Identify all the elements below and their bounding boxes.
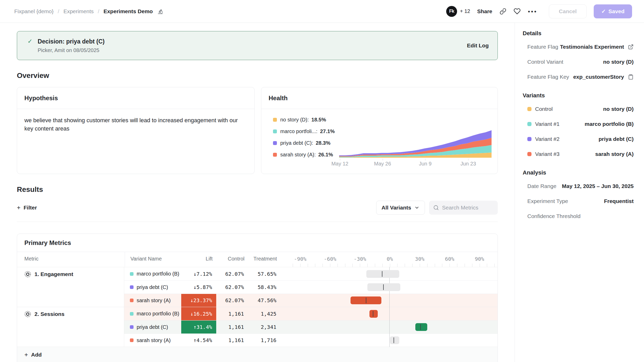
breadcrumb-experiments[interactable]: Experiments [64,8,94,15]
ci-bar [367,283,400,291]
chevron-down-icon [414,205,419,210]
detail-row-feature-flag-key: Feature Flag Key exp_customerStory [523,69,634,84]
axis-tick [442,264,442,267]
confidence-interval-plot [285,267,498,280]
col-metric: Metric [24,256,38,262]
results-heading: Results [17,185,515,194]
breadcrumb-project[interactable]: Fixpanel {demo} [14,8,54,15]
axis-tick [494,264,495,267]
external-link-icon[interactable] [628,44,634,50]
lift-value: ↓23.37% [181,294,216,307]
breadcrumb: Fixpanel {demo} / Experiments / Experime… [14,8,163,15]
lift-axis-ticks [285,264,498,267]
hypothesis-card: Hypothesis we believe that showing custo… [17,87,255,174]
x-axis-label: May 26 [374,161,391,167]
main-content: ✓ Decision: priya debt (C) Picker, Amit … [0,23,515,362]
feature-flag-value: Testimonials Experiment [560,44,624,50]
breadcrumb-separator: / [58,8,59,15]
analysis-row-confidence-threshold: Confidence Threshold [523,209,634,224]
metric-name: 2. Sessions [34,310,65,317]
metric-cell[interactable]: 2. Sessions [17,307,124,347]
axis-label: 90% [475,256,484,262]
more-options-icon[interactable]: ●●● [528,9,537,13]
lift-value: ↓16.25% [181,307,216,320]
variant-chip [130,325,134,329]
top-bar: Fixpanel {demo} / Experiments / Experime… [0,0,644,23]
primary-metrics-card: Primary Metrics Metric Variant Name Lift… [17,234,498,362]
variant-name: sarah story (A) [137,298,171,303]
ci-point-marker [394,337,394,343]
breadcrumb-separator: / [98,8,99,15]
variants-dropdown[interactable]: All Variants [376,201,425,215]
analysis-row-experiment-type: Experiment Type Frequentist [523,194,634,209]
legend-swatch [273,153,277,157]
variant-chip [130,299,134,302]
add-filter-button[interactable]: + Filter [17,204,37,211]
table-row[interactable]: priya debt (C) ↓5.87% 62.07% 58.43% [124,280,498,294]
axis-tick [315,264,315,267]
right-sidebar: Details Feature Flag Testimonials Experi… [515,23,644,362]
legend-value: 18.5% [311,117,326,123]
ci-point-marker [383,284,384,290]
table-row[interactable]: marco portfolio (B) ↓16.25% 1,161 1,425 [124,307,498,320]
clipboard-icon[interactable] [628,74,634,80]
variant-swatch [527,137,531,141]
favorite-heart-icon[interactable] [514,8,521,15]
legend-label: priya debt (C): [280,140,313,146]
share-button[interactable]: Share [477,8,492,15]
legend-item: priya debt (C): 28.3% [273,140,335,146]
table-row[interactable]: sarah story (A) ↑4.54% 1,161 1,716 [124,334,498,347]
ci-bar [415,323,427,331]
lift-value: ↑4.54% [181,334,216,347]
avatar[interactable]: Fk [446,6,457,17]
lift-axis-labels: -90%-60%-30%0%30%60%90% [285,256,498,262]
axis-label: 60% [445,256,454,262]
axis-tick [480,264,480,267]
axis-tick [308,264,308,267]
variant-value: sarah story (A) [595,151,634,157]
plus-icon: + [17,204,20,211]
axis-tick [360,264,360,267]
axis-tick [412,264,412,267]
axis-tick [367,264,368,267]
table-row[interactable]: marco portfolio (B) ↓7.12% 62.07% 57.65% [124,267,498,280]
lift-value: ↓5.87% [181,281,216,294]
add-metric-button[interactable]: + Add [17,347,498,362]
legend-swatch [273,141,277,145]
table-row[interactable]: priya debt (C) ↑31.4% 1,161 2,341 [124,320,498,334]
collaborators-count[interactable]: + 12 [460,8,470,14]
divider [17,222,498,222]
legend-item: marco portfoli...: 27.1% [273,128,335,134]
search-metrics-input[interactable] [442,205,494,211]
treatment-value: 1,716 [248,337,280,343]
metric-target-icon [24,311,31,317]
variant-swatch [527,107,531,111]
confidence-interval-plot [285,334,498,347]
table-row[interactable]: sarah story (A) ↓23.37% 62.07% 47.56% [124,294,498,307]
confidence-interval-plot [285,281,498,294]
edit-log-button[interactable]: Edit Log [467,42,489,49]
legend-label: no story (D): [280,117,309,123]
axis-tick [457,264,457,267]
variant-name: marco portfolio (B) [137,311,179,317]
variant-value: marco portfolio (B) [585,121,634,127]
variant-value: priya debt (C) [599,136,634,142]
variant-name: sarah story (A) [137,337,171,343]
decision-banner: ✓ Decision: priya debt (C) Picker, Amit … [17,31,498,60]
cancel-button[interactable]: Cancel [549,4,587,18]
health-stacked-area-chart: May 12May 26Jun 9Jun 23 [339,129,492,166]
saved-button[interactable]: ✓Saved [594,4,632,18]
axis-label: -90% [294,256,306,262]
col-treatment: Treatment [249,256,277,262]
col-variant-name: Variant Name [130,256,162,262]
copy-link-icon[interactable] [499,8,507,15]
detail-row-feature-flag: Feature Flag Testimonials Experiment [523,39,634,54]
axis-label: 0% [387,256,393,262]
axis-tick [487,264,487,267]
axis-tick [472,264,472,267]
axis-tick [427,264,428,267]
metric-cell[interactable]: 1. Engagement [17,267,124,307]
axis-tick [450,264,450,267]
hypothesis-title: Hypothesis [17,87,254,109]
x-axis-label: May 12 [331,161,348,167]
